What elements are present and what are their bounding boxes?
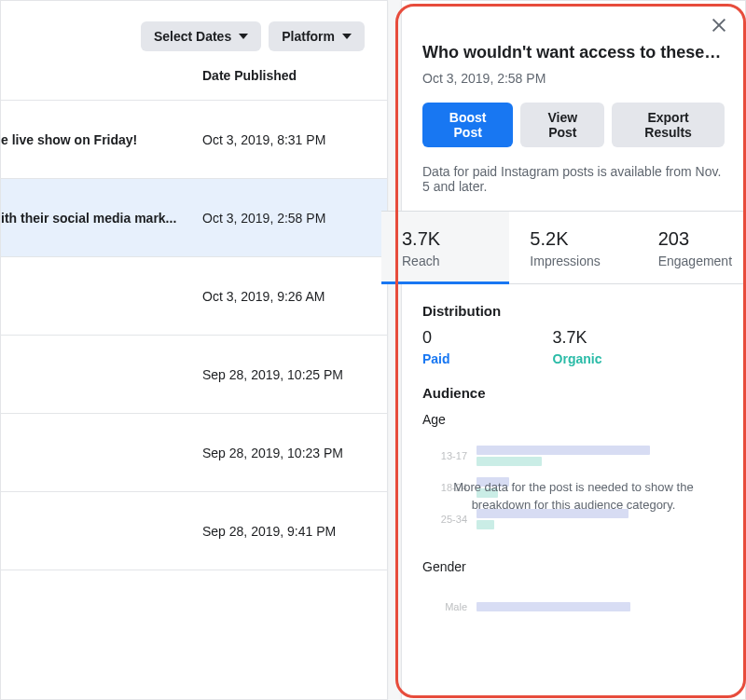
platform-button[interactable]: Platform xyxy=(269,21,365,51)
export-results-button[interactable]: Export Results xyxy=(612,103,725,147)
table-row[interactable]: Sep 28, 2019, 10:23 PM xyxy=(1,414,387,492)
audience-header: Audience xyxy=(422,385,725,401)
metric-value: 3.7K xyxy=(402,228,489,250)
metric-label: Engagement xyxy=(658,254,745,268)
close-icon[interactable] xyxy=(710,16,728,34)
organic-label: Organic xyxy=(553,351,602,366)
gender-breakdown-chart: Male xyxy=(422,591,725,623)
row-date: Oct 3, 2019, 8:31 PM xyxy=(202,132,325,147)
table-row[interactable]: e live show on Friday!Oct 3, 2019, 8:31 … xyxy=(1,101,387,179)
age-bucket-label: 13-17 xyxy=(422,450,477,461)
post-detail-panel: Who wouldn't want access to these four (… xyxy=(401,0,746,700)
row-date: Sep 28, 2019, 9:41 PM xyxy=(202,524,336,539)
paid-data-note: Data for paid Instagram posts is availab… xyxy=(422,164,725,211)
metric-tab-engagement[interactable]: 203Engagement xyxy=(638,212,746,283)
audience-gender-label: Gender xyxy=(422,559,725,574)
table-row[interactable]: Oct 3, 2019, 9:26 AM xyxy=(1,257,387,336)
row-title: e live show on Friday! xyxy=(1,132,202,147)
row-date: Sep 28, 2019, 10:23 PM xyxy=(202,446,343,460)
select-dates-label: Select Dates xyxy=(154,29,231,44)
boost-post-button[interactable]: Boost Post xyxy=(422,103,513,147)
age-bar xyxy=(477,520,494,529)
row-title: ith their social media mark... xyxy=(1,211,202,226)
metric-value: 5.2K xyxy=(530,228,616,250)
posts-list-pane: Select Dates Platform Date Published e l… xyxy=(0,0,388,700)
audience-age-label: Age xyxy=(422,412,725,427)
metrics-tabs: 3.7KReach5.2KImpressions203Engagement xyxy=(381,211,746,284)
distribution-values: 0 Paid 3.7K Organic xyxy=(422,328,725,366)
table-row[interactable]: Sep 28, 2019, 10:25 PM xyxy=(1,336,387,414)
paid-label: Paid xyxy=(422,351,450,366)
distribution-paid: 0 Paid xyxy=(422,328,450,366)
select-dates-button[interactable]: Select Dates xyxy=(141,21,261,51)
age-bar xyxy=(477,457,542,466)
list-toolbar: Select Dates Platform xyxy=(1,1,387,68)
row-date: Sep 28, 2019, 10:25 PM xyxy=(202,367,343,382)
audience-overlay-message: More data for the post is needed to show… xyxy=(422,479,725,513)
metric-tab-impressions[interactable]: 5.2KImpressions xyxy=(509,212,637,283)
metric-label: Impressions xyxy=(530,254,616,268)
detail-timestamp: Oct 3, 2019, 2:58 PM xyxy=(422,71,725,86)
detail-title: Who wouldn't want access to these four (… xyxy=(422,42,725,63)
distribution-header: Distribution xyxy=(422,303,725,319)
metric-tab-reach[interactable]: 3.7KReach xyxy=(381,212,509,283)
row-date: Oct 3, 2019, 2:58 PM xyxy=(202,211,325,226)
row-date: Oct 3, 2019, 9:26 AM xyxy=(202,289,325,304)
distribution-organic: 3.7K Organic xyxy=(553,328,602,366)
column-header-date-published: Date Published xyxy=(1,68,387,101)
age-bar xyxy=(477,446,650,455)
organic-value: 3.7K xyxy=(553,328,602,348)
view-post-button[interactable]: View Post xyxy=(520,103,604,147)
metric-value: 203 xyxy=(658,228,745,250)
detail-actions: Boost Post View Post Export Results xyxy=(422,103,725,147)
gender-row-label: Male xyxy=(422,601,477,612)
caret-down-icon xyxy=(342,34,352,39)
age-bucket-label: 25-34 xyxy=(422,514,477,525)
caret-down-icon xyxy=(239,34,248,39)
table-row[interactable]: Sep 28, 2019, 9:41 PM xyxy=(1,492,387,570)
table-row[interactable]: ith their social media mark...Oct 3, 201… xyxy=(1,179,387,257)
metric-label: Reach xyxy=(402,254,489,268)
paid-value: 0 xyxy=(422,328,450,348)
platform-label: Platform xyxy=(282,29,335,44)
